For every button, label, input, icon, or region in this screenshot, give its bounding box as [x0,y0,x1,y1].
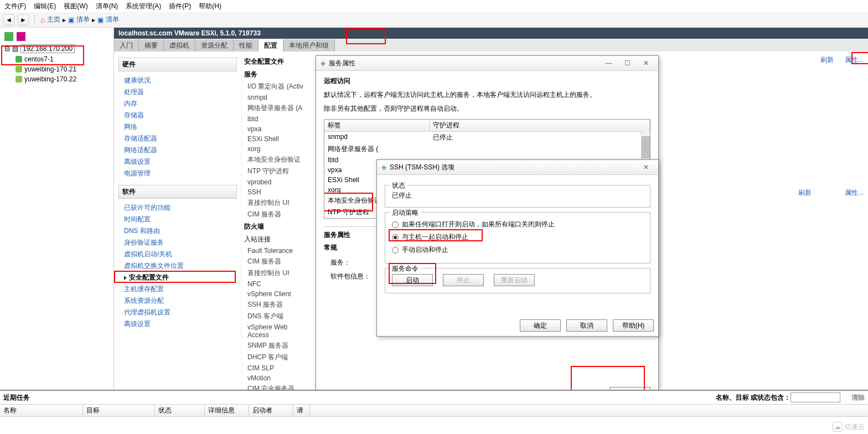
hw-memory[interactable]: 内存 [118,98,237,110]
close-icon[interactable]: ✕ [638,162,654,172]
fw-item[interactable]: Fault Tolerance [244,246,311,256]
service-row[interactable]: snmpd已停止 [324,132,650,143]
col-label[interactable]: 标签 [324,120,430,131]
svc-item[interactable]: 网络登录服务器 (A [244,102,311,114]
clear-link[interactable]: 清除 [851,393,865,402]
fw-item[interactable]: NFC [244,279,311,289]
col-status[interactable]: 状态 [155,405,205,416]
sw-licensed[interactable]: 已获许可的功能 [118,202,237,214]
col-details[interactable]: 详细信息 [205,405,249,416]
col-initiator[interactable]: 启动者 [249,405,293,416]
hw-advanced[interactable]: 高级设置 [118,156,237,168]
menu-inventory[interactable]: 清单(N) [96,2,118,11]
crumb-home[interactable]: 主页 [47,15,60,24]
sw-time[interactable]: 时间配置 [118,214,237,225]
sw-host-cache[interactable]: 主机缓存配置 [118,283,237,295]
svc-item[interactable]: vprobed [244,177,311,187]
highlight-box [1,45,84,65]
svc-item[interactable]: CIM 服务器 [244,209,311,220]
tree-vm-node[interactable]: yuweibing-170.21 [2,64,111,74]
maximize-icon[interactable]: ☐ [619,58,635,68]
sw-resources[interactable]: 系统资源分配 [118,295,237,307]
menu-file[interactable]: 文件(F) [4,2,26,11]
hw-storage-adapter[interactable]: 存储适配器 [118,133,237,144]
hw-health[interactable]: 健康状况 [118,75,237,86]
crumb-inv1[interactable]: 清单 [76,15,90,24]
separator [34,15,35,25]
svc-item[interactable]: snmpd [244,92,311,102]
hw-storage[interactable]: 存储器 [118,110,237,121]
dialog-titlebar[interactable]: ◈ SSH (TSM-SSH) 选项 ✕ [377,160,658,175]
sw-swap[interactable]: 虚拟机交换文件位置 [118,260,237,272]
cancel-button[interactable]: 取消 [566,319,607,332]
fw-item[interactable]: vSphere Client [244,289,311,299]
svc-item[interactable]: 直接控制台 UI [244,197,311,209]
ok-button[interactable]: 确定 [520,319,561,332]
menu-help[interactable]: 帮助(H) [199,2,221,11]
software-header: 软件 [118,185,237,199]
svc-item[interactable]: vpxa [244,124,311,134]
fw-item[interactable]: CIM SLP [244,363,311,373]
hw-cpu[interactable]: 处理器 [118,86,237,98]
svc-item[interactable]: I/O 重定向器 (Activ [244,81,311,92]
tree-tool-icon[interactable] [4,32,13,41]
tab-getting-started[interactable]: 入门 [114,39,139,51]
status-group: 状态 已停止 [385,185,650,208]
col-req[interactable]: 请 [293,405,310,416]
tab-resources[interactable]: 资源分配 [195,39,234,51]
radio-icon[interactable] [392,221,399,228]
fw-item[interactable]: DHCP 客户端 [244,352,311,363]
fw-item[interactable]: 直接控制台 UI [244,267,311,279]
policy-option-2[interactable]: 手动启动和停止 [392,244,643,256]
fw-item[interactable]: SSH 服务器 [244,299,311,311]
tree-tool-icon[interactable] [17,32,25,41]
menu-plugins[interactable]: 插件(P) [169,2,191,11]
svc-item[interactable]: SSH [244,187,311,197]
radio-icon[interactable] [392,247,399,254]
nav-fwd-button[interactable]: ► [18,14,29,25]
sw-agent-vm[interactable]: 代理虚拟机设置 [118,307,237,318]
fw-item[interactable]: SNMP 服务器 [244,340,311,352]
stop-button[interactable]: 停止 [443,274,484,286]
fw-item[interactable]: vSphere Web Access [244,322,311,340]
svc-item[interactable]: lbtd [244,114,311,124]
hw-network-adapter[interactable]: 网络适配器 [118,144,237,156]
tab-vms[interactable]: 虚拟机 [164,39,195,51]
hw-network[interactable]: 网络 [118,121,237,133]
col-daemon[interactable]: 守护进程 [430,120,650,131]
svc-item[interactable]: 本地安全身份验证 [244,154,311,166]
dialog-titlebar[interactable]: ◈ 服务属性 — ☐ ✕ [316,56,658,71]
nav-back-button[interactable]: ◄ [3,14,14,25]
fw-item[interactable]: CIM 服务器 [244,256,311,267]
sw-vm-startup[interactable]: 虚拟机启动/关机 [118,249,237,260]
sw-advanced[interactable]: 高级设置 [118,318,237,330]
menu-admin[interactable]: 系统管理(A) [126,2,161,11]
minimize-icon[interactable]: — [601,58,616,68]
tab-users[interactable]: 本地用户和组 [283,39,335,51]
incoming-hdr: 入站连接 [244,233,311,246]
col-target[interactable]: 目标 [83,405,155,416]
scrollbar-thumb[interactable] [642,136,650,158]
sw-dns[interactable]: DNS 和路由 [118,225,237,237]
filter-input[interactable] [790,392,840,402]
tab-perf[interactable]: 性能 [234,39,259,51]
tab-config[interactable]: 配置 [259,39,283,51]
close-icon[interactable]: ✕ [638,58,654,68]
help-button[interactable]: 帮助(H) [613,319,654,332]
fw-item[interactable]: DNS 客户端 [244,311,311,322]
fw-item[interactable]: vMotion [244,373,311,383]
crumb-inv2[interactable]: 清单 [106,15,119,24]
menu-view[interactable]: 视图(W) [64,2,87,11]
svc-item[interactable]: ESXi Shell [244,134,311,144]
sw-auth[interactable]: 身份验证服务 [118,237,237,249]
inventory-icon: ▣ [68,16,74,24]
menu-edit[interactable]: 编辑(E) [34,2,56,11]
svc-item[interactable]: NTP 守护进程 [244,166,311,177]
restart-button[interactable]: 重新启动 [494,274,535,286]
hw-power[interactable]: 电源管理 [118,168,237,179]
col-name[interactable]: 名称 [0,405,83,416]
tree-vm-node[interactable]: yuweibing-170.22 [2,74,111,84]
service-row[interactable]: 网络登录服务器 ( [324,143,650,155]
svc-item[interactable]: xorg [244,144,311,154]
tab-summary[interactable]: 摘要 [139,39,164,51]
